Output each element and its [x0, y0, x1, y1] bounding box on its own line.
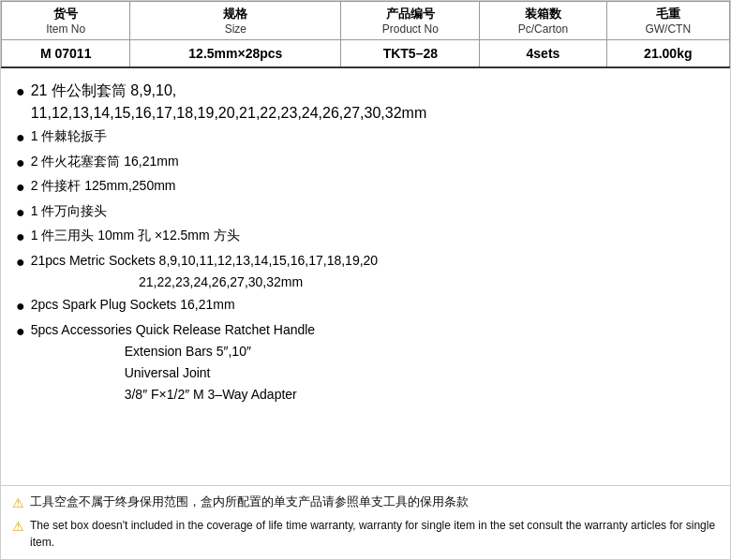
- bullet-icon: ●: [16, 151, 25, 175]
- warning-icon-en: ⚠: [12, 517, 24, 538]
- bullet-icon: ●: [16, 225, 25, 249]
- cell-item-no: M 07011: [2, 40, 130, 68]
- data-row: M 07011 12.5mm×28pcs TKT5–28 4sets 21.00…: [2, 40, 730, 68]
- item-text-9: 5pcs Accessories Quick Release Ratchet H…: [31, 319, 315, 405]
- list-item: ● 1 件三用头 10mm 孔 ×12.5mm 方头: [16, 225, 715, 249]
- col-carton: 装箱数 Pc/Carton: [480, 2, 606, 40]
- col-size-zh: 规格: [138, 6, 333, 22]
- col-product-no-zh: 产品编号: [349, 6, 471, 22]
- list-item: ● 21 件公制套筒 8,9,10,11,12,13,14,15,16,17,1…: [16, 80, 715, 125]
- list-item: ● 1 件棘轮扳手: [16, 125, 715, 150]
- list-item: ● 1 件万向接头: [16, 200, 715, 225]
- item-line-1: 21pcs Metric Sockets 8,9,10,11,12,13,14,…: [31, 250, 378, 272]
- main-container: 货号 Item No 规格 Size 产品编号 Product No 装箱数 P…: [0, 0, 731, 560]
- item-text-8: 2pcs Spark Plug Sockets 16,21mm: [31, 294, 235, 316]
- bullet-icon: ●: [16, 125, 25, 150]
- cell-carton: 4sets: [480, 40, 606, 68]
- bullet-icon: ●: [16, 294, 25, 318]
- warning-row-en: ⚠ The set box doesn't included in the co…: [12, 517, 719, 551]
- item-text-5: 1 件万向接头: [31, 200, 108, 222]
- item-text-4: 2 件接杆 125mm,250mm: [31, 175, 176, 197]
- item-text-2: 1 件棘轮扳手: [31, 125, 108, 147]
- item-acc-line4: 3/8″ F×1/2″ M 3–Way Adapter: [31, 384, 315, 405]
- item-text-3: 2 件火花塞套筒 16,21mm: [31, 151, 179, 172]
- header-table: 货号 Item No 规格 Size 产品编号 Product No 装箱数 P…: [1, 1, 730, 68]
- item-acc-line3: Universal Joint: [31, 362, 315, 384]
- list-item: ● 5pcs Accessories Quick Release Ratchet…: [16, 319, 715, 405]
- warning-icon-zh: ⚠: [12, 494, 24, 514]
- col-item-no-zh: 货号: [9, 6, 122, 22]
- cell-weight: 21.00kg: [606, 40, 729, 68]
- list-item: ● 2 件火花塞套筒 16,21mm: [16, 151, 715, 175]
- bullet-icon: ●: [16, 80, 25, 104]
- item-acc-line2: Extension Bars 5″,10″: [31, 341, 315, 362]
- item-text-1: 21 件公制套筒 8,9,10,11,12,13,14,15,16,17,18,…: [31, 80, 427, 125]
- warning-footer: ⚠ 工具空盒不属于终身保用范围，盒内所配置的单支产品请参照单支工具的保用条款 ⚠…: [1, 485, 730, 559]
- item-text-6: 1 件三用头 10mm 孔 ×12.5mm 方头: [31, 225, 240, 246]
- col-item-no: 货号 Item No: [2, 2, 130, 40]
- content-area: ● 21 件公制套筒 8,9,10,11,12,13,14,15,16,17,1…: [1, 68, 730, 485]
- warning-text-en: The set box doesn't included in the cove…: [30, 517, 719, 551]
- cell-size: 12.5mm×28pcs: [130, 40, 341, 68]
- item-acc-line1: 5pcs Accessories Quick Release Ratchet H…: [31, 319, 315, 341]
- bullet-icon: ●: [16, 175, 25, 199]
- list-item: ● 2pcs Spark Plug Sockets 16,21mm: [16, 294, 715, 318]
- bullet-icon: ●: [16, 250, 25, 274]
- col-weight-en: GW/CTN: [615, 22, 722, 36]
- warning-row-zh: ⚠ 工具空盒不属于终身保用范围，盒内所配置的单支产品请参照单支工具的保用条款: [12, 494, 719, 514]
- item-list: ● 21 件公制套筒 8,9,10,11,12,13,14,15,16,17,1…: [16, 80, 715, 478]
- item-text-7: 21pcs Metric Sockets 8,9,10,11,12,13,14,…: [31, 250, 378, 293]
- col-weight-zh: 毛重: [615, 6, 722, 22]
- bullet-icon: ●: [16, 200, 25, 225]
- col-product-no: 产品编号 Product No: [341, 2, 480, 40]
- item-line-2: 21,22,23,24,26,27,30,32mm: [31, 272, 378, 293]
- col-weight: 毛重 GW/CTN: [606, 2, 729, 40]
- col-product-no-en: Product No: [349, 22, 471, 36]
- col-item-no-en: Item No: [9, 22, 122, 36]
- cell-product-no: TKT5–28: [341, 40, 480, 68]
- col-carton-en: Pc/Carton: [487, 22, 598, 36]
- col-size-en: Size: [138, 22, 333, 36]
- bullet-icon: ●: [16, 319, 25, 344]
- list-item: ● 2 件接杆 125mm,250mm: [16, 175, 715, 199]
- list-item: ● 21pcs Metric Sockets 8,9,10,11,12,13,1…: [16, 250, 715, 293]
- warning-text-zh: 工具空盒不属于终身保用范围，盒内所配置的单支产品请参照单支工具的保用条款: [30, 494, 469, 511]
- col-carton-zh: 装箱数: [487, 6, 598, 22]
- col-size: 规格 Size: [130, 2, 341, 40]
